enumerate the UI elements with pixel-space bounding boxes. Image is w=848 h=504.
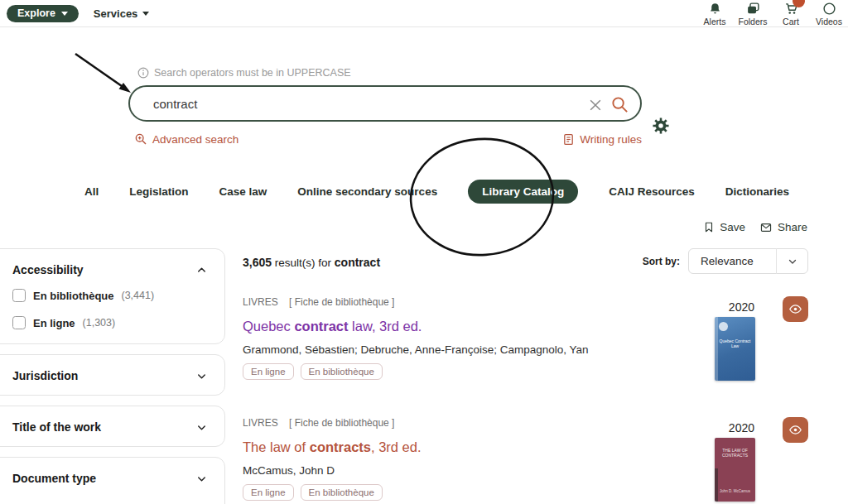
search-submit-button[interactable] [610, 95, 629, 114]
book-cover-thumbnail[interactable]: Quebec Contract Law [715, 317, 755, 381]
alerts-button[interactable]: Alerts [696, 0, 734, 26]
share-label: Share [778, 221, 807, 233]
result-main: LIVRES [ Fiche de bibliothèque ] Quebec … [243, 296, 659, 381]
chevron-down-icon [195, 473, 208, 485]
result-title-link[interactable]: Quebec contract law, 3rd ed. [243, 319, 659, 334]
tab-legislation[interactable]: Legislation [129, 185, 188, 198]
eye-icon [788, 423, 802, 437]
preview-button[interactable] [783, 417, 808, 443]
advanced-search-label: Advanced search [152, 133, 238, 146]
filter-option-en-bibliotheque[interactable]: En bibliothèque (3,441) [12, 289, 208, 302]
tab-all[interactable]: All [84, 185, 99, 198]
accessibility-section-toggle[interactable]: Accessibility [12, 249, 208, 289]
checkbox-icon[interactable] [12, 316, 26, 329]
clear-search-button[interactable] [587, 97, 604, 113]
save-button[interactable]: Save [703, 221, 745, 233]
tab-dictionaries[interactable]: Dictionaries [725, 185, 789, 198]
result-tags: En ligne En bibliothèque [243, 363, 659, 380]
results-header: 3,605 result(s) for contract Sort by: Re… [243, 248, 808, 274]
folders-label: Folders [738, 17, 767, 26]
filters-sidebar: Accessibility En bibliothèque (3,441) En… [0, 248, 225, 504]
cover-author: John D. McCamus [715, 489, 755, 493]
explore-menu-button[interactable]: Explore [7, 5, 79, 22]
record-type-label: [ Fiche de bibliothèque ] [289, 296, 394, 308]
save-label: Save [720, 221, 745, 233]
folders-icon [745, 2, 761, 16]
document-icon [562, 133, 575, 146]
top-navigation-bar: Explore Services Alerts Folders [0, 0, 848, 27]
tab-library-catalog[interactable]: Library Catalog [468, 180, 578, 204]
document-type-section-toggle[interactable]: Document type [12, 458, 208, 497]
result-year: 2020 [729, 421, 754, 434]
section-title: Jurisdiction [12, 369, 78, 382]
category-label: LIVRES [243, 417, 278, 429]
eye-icon [788, 302, 802, 316]
writing-rules-link[interactable]: Writing rules [562, 132, 642, 146]
title-pre: Quebec [243, 319, 294, 334]
result-title-link[interactable]: The law of contracts, 3rd ed. [243, 439, 659, 455]
chevron-down-icon [142, 12, 149, 16]
bell-icon [707, 2, 723, 16]
search-settings-button[interactable] [652, 117, 670, 135]
book-cover-thumbnail[interactable]: THE LAW OF CONTRACTS John D. McCamus [715, 438, 755, 502]
sort-by-label: Sort by: [643, 256, 680, 267]
results-count-number: 3,605 [243, 256, 272, 269]
envelope-icon [759, 222, 773, 233]
tag-en-bibliotheque: En bibliothèque [301, 363, 383, 380]
sort-control: Sort by: Relevance [643, 248, 808, 274]
folders-button[interactable]: Folders [734, 0, 772, 26]
search-input[interactable] [153, 97, 584, 111]
cover-seal [719, 322, 728, 331]
result-year: 2020 [729, 300, 754, 314]
sort-selected-value: Relevance [689, 255, 776, 267]
chevron-down-icon [195, 370, 208, 382]
search-icon [610, 95, 629, 114]
tab-caij-resources[interactable]: CAIJ Resources [609, 185, 695, 198]
advanced-search-link[interactable]: Advanced search [134, 132, 238, 146]
title-pre: The law of [243, 439, 310, 454]
notice-text: Search operators must be in UPPERCASE [154, 67, 351, 79]
share-button[interactable]: Share [759, 221, 807, 233]
filter-option-en-ligne[interactable]: En ligne (1,303) [12, 316, 208, 329]
title-post: law, 3rd ed. [348, 319, 422, 334]
title-match: contracts [310, 439, 371, 454]
chevron-down-icon [195, 421, 208, 434]
cover-title: Quebec Contract Law [715, 338, 755, 348]
search-operators-notice: Search operators must be in UPPERCASE [137, 67, 642, 79]
sort-select[interactable]: Relevance [688, 248, 808, 274]
preview-button[interactable] [783, 296, 808, 322]
writing-rules-label: Writing rules [580, 133, 642, 146]
tab-case-law[interactable]: Case law [219, 185, 267, 198]
tab-online-secondary-sources[interactable]: Online secondary sources [297, 185, 437, 198]
result-actions: Save Share [703, 221, 807, 233]
services-label: Services [94, 7, 138, 20]
result-meta: 2020 THE LAW OF CONTRACTS John D. McCamu… [659, 417, 808, 502]
cart-button[interactable]: Cart [772, 0, 810, 26]
title-match: contract [294, 319, 348, 334]
option-count: (3,441) [122, 290, 155, 301]
title-of-work-section-toggle[interactable]: Title of the work [12, 406, 208, 446]
topbar-utility-icons: Alerts Folders Cart Videos [696, 0, 848, 27]
checkbox-icon[interactable] [12, 289, 26, 302]
result-authors: Grammond, Sébastien; Debruche, Anne-Fran… [243, 343, 659, 356]
option-label: En bibliothèque [33, 290, 114, 302]
tag-en-bibliotheque: En bibliothèque [301, 484, 383, 501]
chevron-down-icon [61, 12, 68, 16]
title-post: , 3rd ed. [371, 439, 422, 454]
result-authors: McCamus, John D [243, 464, 659, 477]
record-type-label: [ Fiche de bibliothèque ] [289, 417, 394, 429]
videos-button[interactable]: Videos [810, 0, 848, 26]
results-count-term: contract [335, 256, 380, 269]
cart-label: Cart [783, 17, 799, 26]
info-icon [137, 67, 149, 79]
search-box [128, 85, 642, 122]
result-item: LIVRES [ Fiche de bibliothèque ] The law… [243, 417, 808, 502]
jurisdiction-section-toggle[interactable]: Jurisdiction [12, 355, 208, 395]
explore-label: Explore [17, 7, 55, 19]
cover-title: THE LAW OF CONTRACTS [715, 448, 755, 458]
result-item: LIVRES [ Fiche de bibliothèque ] Quebec … [243, 296, 808, 381]
result-category-line: LIVRES [ Fiche de bibliothèque ] [243, 417, 659, 429]
services-menu-button[interactable]: Services [94, 7, 150, 20]
scope-tabs: All Legislation Case law Online secondar… [84, 179, 789, 204]
videos-label: Videos [816, 17, 842, 26]
